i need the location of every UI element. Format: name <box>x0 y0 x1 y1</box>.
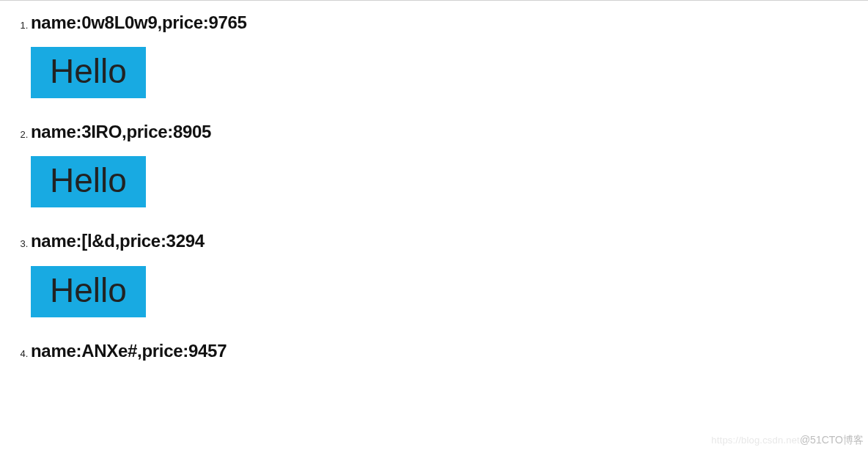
list-item: name:[l&d,price:3294 Hello <box>31 229 868 330</box>
name-prefix: name: <box>31 231 81 251</box>
item-name: ANXe# <box>81 341 137 361</box>
price-prefix: price: <box>162 12 209 32</box>
item-price: 9457 <box>188 341 227 361</box>
item-price: 3294 <box>166 231 205 251</box>
hello-box: Hello <box>31 266 146 317</box>
watermark-url: https://blog.csdn.net <box>711 435 800 446</box>
name-prefix: name: <box>31 122 81 141</box>
price-prefix: price: <box>119 231 166 251</box>
price-prefix: price: <box>141 341 188 361</box>
item-name: [l&d <box>81 231 114 251</box>
list-item: name:0w8L0w9,price:9765 Hello <box>31 11 868 111</box>
name-prefix: name: <box>31 341 81 361</box>
item-price: 9765 <box>208 12 246 32</box>
item-name: 0w8L0w9 <box>81 12 157 32</box>
hello-box: Hello <box>31 47 146 98</box>
item-heading: name:[l&d,price:3294 <box>31 229 868 252</box>
hello-box: Hello <box>31 156 146 207</box>
item-price: 8905 <box>173 122 211 141</box>
item-name: 3IRO <box>81 122 122 141</box>
price-prefix: price: <box>126 122 173 141</box>
item-heading: name:3IRO,price:8905 <box>31 120 868 143</box>
item-list: name:0w8L0w9,price:9765 Hello name:3IRO,… <box>0 1 868 362</box>
watermark-text: @51CTO博客 <box>800 434 864 446</box>
item-heading: name:ANXe#,price:9457 <box>31 339 868 362</box>
list-item: name:ANXe#,price:9457 <box>31 339 868 362</box>
list-item: name:3IRO,price:8905 Hello <box>31 120 868 221</box>
name-prefix: name: <box>31 12 81 32</box>
item-heading: name:0w8L0w9,price:9765 <box>31 11 868 34</box>
watermark: https://blog.csdn.net@51CTO博客 <box>711 434 864 447</box>
